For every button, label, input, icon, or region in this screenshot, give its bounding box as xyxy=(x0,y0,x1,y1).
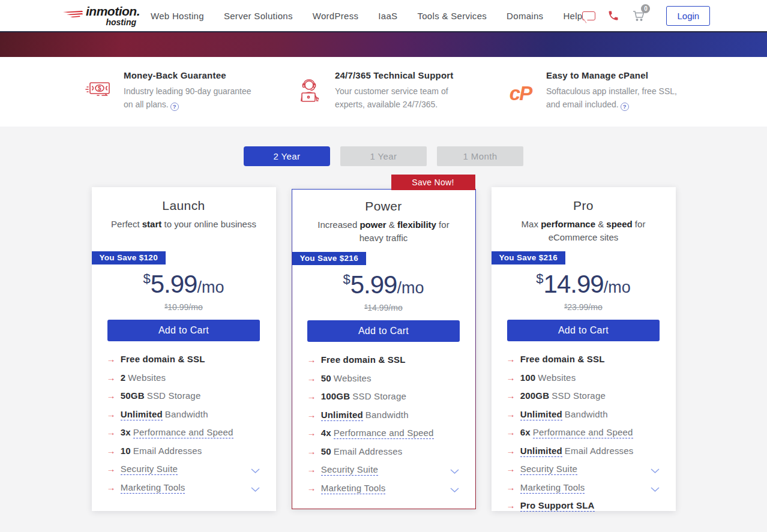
nav-item-wordpress[interactable]: WordPress xyxy=(313,11,359,21)
cart-icon[interactable]: 0 xyxy=(631,8,646,23)
feature-item: →Security Suite xyxy=(307,464,460,474)
old-price: $14.99/mo xyxy=(292,303,475,314)
nav-item-server-solutions[interactable]: Server Solutions xyxy=(224,11,293,21)
chevron-down-icon[interactable] xyxy=(450,485,459,495)
help-icon[interactable]: ? xyxy=(621,103,629,111)
login-button[interactable]: Login xyxy=(666,6,710,26)
plan-card-power: Save Now! Power Increased power & flexib… xyxy=(292,189,476,509)
arrow-icon: → xyxy=(107,390,116,401)
save-badge: You Save $120 xyxy=(92,251,166,265)
cart-count-badge: 0 xyxy=(641,4,650,13)
plan-features-list: →Free domain & SSL→100Websites→200GBSSD … xyxy=(492,354,676,510)
feature-term-link[interactable]: Marketing Tools xyxy=(121,482,185,494)
arrow-icon: → xyxy=(507,464,516,474)
feature-item: →6xPerformance and Speed xyxy=(507,427,661,437)
chevron-down-icon[interactable] xyxy=(251,484,260,494)
feature-label: Websites xyxy=(538,372,576,383)
feature-term-link[interactable]: Security Suite xyxy=(121,464,178,475)
chevron-down-icon[interactable] xyxy=(450,466,459,476)
arrow-icon: → xyxy=(507,446,516,456)
feature-term-link[interactable]: Unlimited xyxy=(520,446,562,457)
main-nav: Web Hosting Server Solutions WordPress I… xyxy=(151,11,582,21)
feature-item: →2Websites xyxy=(107,372,261,383)
plan-subtitle: Max performance & speed for eCommerce si… xyxy=(492,217,676,250)
arrow-icon: → xyxy=(107,427,116,437)
nav-item-domains[interactable]: Domains xyxy=(507,11,543,21)
logo-tagline: hosting xyxy=(86,18,140,26)
feature-cpanel: cP Easy to Manage cPanel Softaculous app… xyxy=(505,70,685,127)
feature-term-link[interactable]: Security Suite xyxy=(321,464,378,476)
nav-item-help[interactable]: Help xyxy=(563,11,582,21)
nav-item-tools-services[interactable]: Tools & Services xyxy=(417,11,487,21)
feature-item: →50Websites xyxy=(307,373,460,383)
feature-item: →UnlimitedBandwidth xyxy=(107,409,261,419)
phone-icon[interactable] xyxy=(607,10,619,22)
feature-value: 100 xyxy=(520,372,536,383)
feature-value: 200GB xyxy=(520,390,550,401)
feature-item: →4xPerformance and Speed xyxy=(307,428,460,438)
chat-icon[interactable] xyxy=(582,11,595,20)
logo-text: inmotion. hosting xyxy=(86,5,140,26)
feature-value: 50GB xyxy=(121,390,145,401)
arrow-icon: → xyxy=(307,373,316,383)
chevron-down-icon[interactable] xyxy=(251,465,260,476)
arrow-icon: → xyxy=(107,482,116,492)
toggle-1-month[interactable]: 1 Month xyxy=(437,146,523,166)
logo-wordmark: inmotion. xyxy=(86,5,140,17)
feature-item: →Marketing Tools xyxy=(107,482,261,492)
save-badge: You Save $216 xyxy=(292,252,366,265)
feature-term-link[interactable]: Pro Support SLA xyxy=(520,500,595,512)
feature-item: →100GBSSD Storage xyxy=(307,391,460,401)
nav-item-web-hosting[interactable]: Web Hosting xyxy=(151,11,204,21)
arrow-icon: → xyxy=(107,409,116,419)
feature-label: Email Addresses xyxy=(133,446,202,456)
plan-subtitle: Perfect start to your online business xyxy=(92,217,276,250)
feature-support-text: 24/7/365 Technical Support Your customer… xyxy=(335,70,472,127)
inmotion-logo[interactable]: inmotion. hosting xyxy=(62,5,140,26)
billing-term-toggle: 2 Year 1 Year 1 Month xyxy=(0,146,767,166)
feature-item: →3xPerformance and Speed xyxy=(107,427,261,437)
feature-term-link[interactable]: Security Suite xyxy=(520,464,577,475)
arrow-icon: → xyxy=(507,372,516,383)
add-to-cart-button[interactable]: Add to Cart xyxy=(107,320,260,341)
feature-term-link[interactable]: Marketing Tools xyxy=(321,483,386,494)
feature-item: →UnlimitedBandwidth xyxy=(307,410,460,420)
arrow-icon: → xyxy=(507,482,516,492)
feature-item: →10Email Addresses xyxy=(107,446,261,456)
feature-term-link[interactable]: Marketing Tools xyxy=(520,482,585,494)
add-to-cart-button[interactable]: Add to Cart xyxy=(307,320,460,342)
toggle-1-year[interactable]: 1 Year xyxy=(340,146,427,166)
arrow-icon: → xyxy=(307,483,316,493)
feature-title: Easy to Manage cPanel xyxy=(546,70,683,80)
help-icon[interactable]: ? xyxy=(170,103,179,111)
arrow-icon: → xyxy=(307,428,316,438)
add-to-cart-button[interactable]: Add to Cart xyxy=(507,320,660,341)
feature-item: →Pro Support SLA xyxy=(507,500,661,510)
feature-support: 24/7/365 Technical Support Your customer… xyxy=(293,70,474,127)
feature-value: 50 xyxy=(321,446,331,456)
arrow-icon: → xyxy=(107,372,116,383)
pricing-cards: Launch Perfect start to your online busi… xyxy=(0,187,767,511)
chevron-down-icon[interactable] xyxy=(651,484,660,494)
arrow-icon: → xyxy=(107,354,116,364)
nav-item-iaas[interactable]: IaaS xyxy=(378,11,397,21)
arrow-icon: → xyxy=(507,500,516,510)
toggle-2-year[interactable]: 2 Year xyxy=(244,146,330,166)
feature-term-link[interactable]: Unlimited xyxy=(520,409,562,420)
feature-term-link[interactable]: Unlimited xyxy=(121,409,163,420)
feature-item: →Free domain & SSL xyxy=(307,354,460,365)
plan-card-pro: Pro Max performance & speed for eCommerc… xyxy=(492,187,676,511)
feature-value: Free domain & SSL xyxy=(520,354,605,364)
feature-term-link[interactable]: Performance and Speed xyxy=(334,428,434,439)
plan-title: Pro xyxy=(492,199,676,217)
arrow-icon: → xyxy=(107,446,116,456)
chevron-down-icon[interactable] xyxy=(651,465,660,476)
cpanel-logo: cP xyxy=(505,70,536,127)
arrow-icon: → xyxy=(107,464,116,474)
feature-term-link[interactable]: Performance and Speed xyxy=(133,427,233,438)
feature-desc: Softaculous app installer, free SSL, and… xyxy=(546,85,683,112)
feature-term-link[interactable]: Performance and Speed xyxy=(533,427,633,438)
feature-label: SSD Storage xyxy=(147,390,201,401)
feature-term-link[interactable]: Unlimited xyxy=(321,410,363,421)
feature-item: →50GBSSD Storage xyxy=(107,390,261,401)
